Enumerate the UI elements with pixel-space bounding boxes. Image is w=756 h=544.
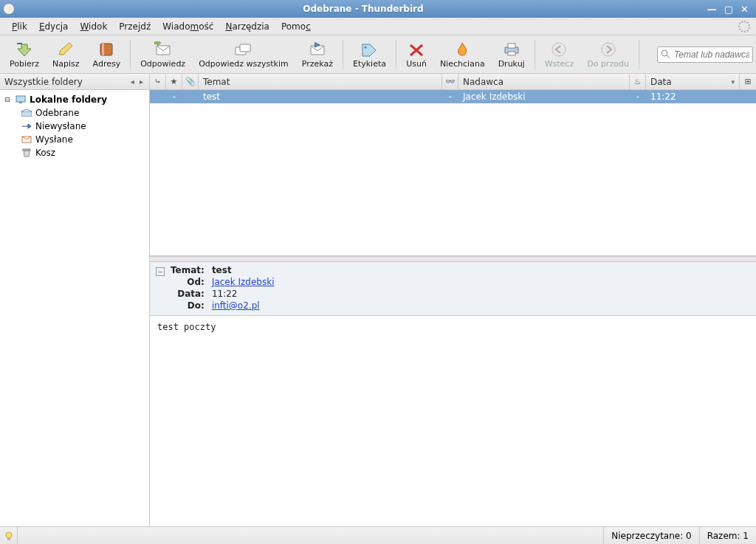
folder-inbox[interactable]: Odebrane <box>1 106 148 120</box>
menu-pomoc[interactable]: Pomoc <box>275 20 317 33</box>
message-row[interactable]: - test - Jacek Izdebski - 11:22 <box>150 90 756 103</box>
forward-icon <box>307 41 328 58</box>
svg-point-11 <box>602 43 615 56</box>
menu-wiadomosc[interactable]: Wiadomość <box>157 20 219 33</box>
folder-trash[interactable]: Kosz <box>1 146 148 159</box>
col-read[interactable]: 👓 <box>442 74 458 89</box>
col-star[interactable]: ★ <box>166 74 182 89</box>
toolbar-separator <box>343 40 343 69</box>
svg-rect-13 <box>16 96 25 102</box>
expander-icon[interactable]: ⊟ <box>4 96 12 103</box>
search-box[interactable] <box>657 47 753 63</box>
header-to-link[interactable]: infti@o2.pl <box>212 300 260 311</box>
minimize-icon[interactable]: — <box>707 4 717 15</box>
unsent-icon <box>21 121 32 131</box>
download-icon <box>14 41 35 58</box>
star-icon: ★ <box>171 77 178 86</box>
folder-local-label: Lokalne foldery <box>30 94 107 105</box>
address-book-label: Adresy <box>93 59 121 69</box>
svg-point-12 <box>662 50 667 56</box>
header-subject-value: test <box>212 265 232 275</box>
reply-button[interactable]: Odpowiedz <box>134 37 192 72</box>
menu-widok[interactable]: Widok <box>74 20 113 33</box>
folder-pane-title: Wszystkie foldery <box>4 77 83 87</box>
forward-nav-button[interactable]: Do przodu <box>580 37 636 72</box>
sent-icon <box>21 134 32 145</box>
arrow-right-icon <box>598 41 619 58</box>
header-date-label: Data: <box>171 289 205 299</box>
svg-rect-4 <box>240 44 250 52</box>
reply-icon <box>153 41 173 58</box>
bulb-icon <box>4 531 14 541</box>
col-thread[interactable]: ⤷ <box>150 74 166 89</box>
delete-label: Usuń <box>406 59 427 69</box>
col-attachment[interactable]: 📎 <box>182 74 199 89</box>
flame-small-icon: ♨ <box>634 77 642 86</box>
forward-nav-label: Do przodu <box>587 59 629 69</box>
header-date-value: 11:22 <box>212 289 275 299</box>
folder-pane-header: Wszystkie foldery ◂ ▸ <box>0 74 149 90</box>
menu-narzedzia[interactable]: Narzędzia <box>219 20 275 33</box>
junk-button[interactable]: Niechciana <box>433 37 492 72</box>
message-sender: Jacek Izdebski <box>458 92 630 102</box>
delete-icon <box>406 41 427 58</box>
print-button[interactable]: Drukuj <box>492 37 532 72</box>
menu-edycja[interactable]: Edycja <box>33 20 75 33</box>
folder-sent[interactable]: Wysłane <box>1 133 148 146</box>
folder-pane-nav[interactable]: ◂ ▸ <box>131 78 145 86</box>
svg-rect-17 <box>23 149 30 151</box>
forward-button[interactable]: Przekaż <box>295 37 340 72</box>
window-titlebar: Odebrane - Thunderbird — ▢ ✕ <box>0 0 756 18</box>
arrow-left-icon <box>549 41 569 58</box>
folder-unsent[interactable]: Niewysłane <box>1 120 148 133</box>
header-from-link[interactable]: Jacek Izdebski <box>212 277 275 287</box>
svg-rect-15 <box>21 111 32 117</box>
back-button[interactable]: Wstecz <box>538 37 581 72</box>
throbber-icon <box>738 21 750 32</box>
tag-button[interactable]: Etykieta <box>346 37 393 72</box>
header-from-label: Od: <box>171 277 205 287</box>
printer-icon <box>501 41 522 58</box>
attachment-icon: 📎 <box>185 77 196 86</box>
message-list-header: ⤷ ★ 📎 Temat 👓 Nadawca ♨ Data▾ ⊞ <box>150 74 756 90</box>
get-mail-button[interactable]: Pobierz <box>3 37 46 72</box>
message-list[interactable]: - test - Jacek Izdebski - 11:22 <box>150 90 756 256</box>
trash-icon <box>21 148 32 158</box>
maximize-icon[interactable]: ▢ <box>724 4 733 15</box>
compose-button[interactable]: Napisz <box>46 37 86 72</box>
online-indicator[interactable] <box>0 527 18 544</box>
delete-button[interactable]: Usuń <box>399 37 433 72</box>
reply-all-button[interactable]: Odpowiedz wszystkim <box>192 37 295 72</box>
back-label: Wstecz <box>545 59 574 69</box>
window-title: Odebrane - Thunderbird <box>19 4 707 14</box>
reply-all-label: Odpowiedz wszystkim <box>199 59 289 69</box>
toolbar-separator <box>639 40 639 69</box>
col-junk[interactable]: ♨ <box>630 74 646 89</box>
junk-label: Niechciana <box>440 59 485 69</box>
folder-local[interactable]: ⊟ Lokalne foldery <box>1 93 148 106</box>
col-sender[interactable]: Nadawca <box>458 74 630 89</box>
get-mail-label: Pobierz <box>10 59 39 69</box>
status-total: Razem: 1 <box>699 527 756 544</box>
close-icon[interactable]: ✕ <box>740 4 749 15</box>
menu-plik[interactable]: Plik <box>6 20 33 33</box>
print-label: Drukuj <box>498 59 525 69</box>
forward-label: Przekaż <box>302 59 333 69</box>
svg-rect-1 <box>102 44 104 55</box>
svg-rect-9 <box>508 52 515 55</box>
status-bar: Nieprzeczytane: 0 Razem: 1 <box>0 526 756 544</box>
menu-przejdz[interactable]: Przejdź <box>113 20 157 33</box>
col-picker[interactable]: ⊞ <box>740 74 756 89</box>
folder-trash-label: Kosz <box>35 148 55 158</box>
col-date[interactable]: Data▾ <box>646 74 740 89</box>
search-input[interactable] <box>674 49 749 60</box>
message-header-pane: − Temat: test Od: Jacek Izdebski Data: 1… <box>150 262 756 316</box>
splitter[interactable] <box>150 256 756 262</box>
collapse-header-button[interactable]: − <box>156 267 165 276</box>
address-book-button[interactable]: Adresy <box>86 37 128 72</box>
status-unread: Nieprzeczytane: 0 <box>603 527 698 544</box>
inbox-icon <box>21 108 32 118</box>
header-to-label: Do: <box>171 300 205 311</box>
thread-icon: ⤷ <box>154 77 161 86</box>
col-subject[interactable]: Temat <box>199 74 442 89</box>
